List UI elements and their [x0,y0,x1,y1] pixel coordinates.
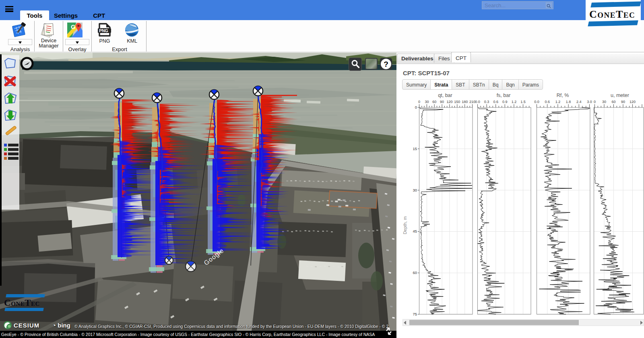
svg-text:PNG: PNG [99,28,108,33]
svg-text:G: G [71,23,76,30]
svg-text:?: ? [384,60,388,68]
